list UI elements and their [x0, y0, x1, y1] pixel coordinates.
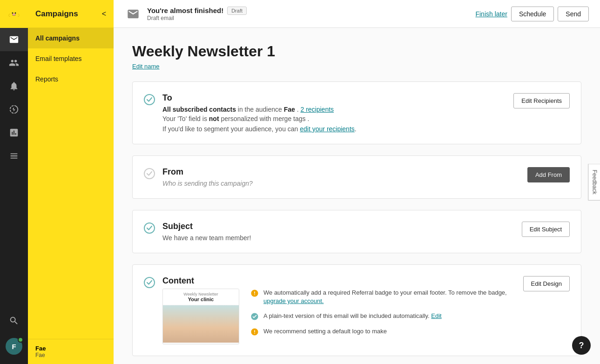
help-button[interactable]: ? — [572, 336, 591, 355]
section-content: Content Weekly Newsletter Your clinic — [132, 264, 581, 356]
recipients-count-link[interactable]: 2 recipients — [300, 106, 334, 113]
success-icon-1 — [250, 312, 259, 321]
section-subject-body: Subject We have a new team member! — [162, 222, 514, 242]
nav-item-email-templates[interactable]: Email templates — [28, 48, 114, 69]
icon-sidebar: F — [0, 0, 28, 364]
nav-item-reports[interactable]: Reports — [28, 69, 114, 89]
user-info: Fae Fae — [28, 339, 114, 364]
svg-point-5 — [144, 94, 155, 105]
note-logo-text: We recommend setting a default logo to m… — [263, 327, 387, 336]
subject-status-icon — [144, 222, 155, 234]
left-nav-title: Campaigns — [35, 9, 78, 19]
preview-clinic-label: Your clinic — [165, 297, 237, 302]
all-subscribed-contacts: All subscribed contacts — [162, 106, 236, 113]
finish-later-button[interactable]: Finish later — [475, 10, 507, 18]
to-label: To — [162, 93, 506, 103]
page-body: Weekly Newsletter 1 Edit name To All sub… — [114, 28, 600, 364]
mailchimp-logo[interactable] — [0, 0, 28, 28]
from-label: From — [162, 167, 520, 177]
sidebar-icon-audience[interactable] — [0, 51, 28, 74]
svg-point-4 — [13, 13, 15, 15]
sidebar-icon-search[interactable] — [0, 309, 28, 332]
note-plaintext-text: A plain-text version of this email will … — [263, 312, 442, 320]
subject-text: We have a new team member! — [162, 234, 514, 242]
email-preview: Weekly Newsletter Your clinic — [162, 289, 239, 344]
content-notes: We automatically add a required Referral… — [250, 289, 516, 336]
content-label: Content — [162, 276, 516, 286]
send-button[interactable]: Send — [558, 7, 589, 21]
section-to-body: To All subscribed contacts in the audien… — [162, 93, 506, 133]
preview-newsletter-label: Weekly Newsletter — [165, 292, 237, 297]
campaign-title: Weekly Newsletter 1 — [132, 43, 581, 60]
svg-point-2 — [12, 13, 13, 14]
content-inner: Weekly Newsletter Your clinic — [162, 289, 516, 344]
section-content-body: Content Weekly Newsletter Your clinic — [162, 276, 516, 344]
section-from: From Who is sending this campaign? Add F… — [132, 155, 581, 199]
to-action: Edit Recipients — [513, 93, 570, 108]
edit-recipients-link[interactable]: edit your recipients — [300, 125, 355, 133]
top-bar: You're almost finished! Draft Draft emai… — [114, 0, 600, 28]
edit-name-link[interactable]: Edit name — [132, 63, 160, 70]
to-merge-note: Your 'To' field is not personalized with… — [162, 115, 506, 122]
user-sub: Fae — [35, 352, 106, 358]
from-status-icon — [144, 168, 155, 179]
svg-point-8 — [144, 277, 155, 288]
svg-point-6 — [144, 169, 155, 179]
in-audience-text: in the audience — [238, 106, 284, 113]
svg-point-7 — [144, 223, 155, 233]
user-avatar[interactable]: F — [0, 332, 28, 360]
preview-header: Weekly Newsletter Your clinic — [163, 289, 239, 305]
sidebar-icon-campaigns[interactable] — [0, 28, 28, 51]
avatar-online-badge — [18, 337, 23, 343]
note-plaintext: A plain-text version of this email will … — [250, 312, 516, 321]
subject-action: Edit Subject — [522, 222, 570, 237]
svg-point-3 — [15, 13, 16, 14]
upgrade-account-link[interactable]: upgrade your account. — [263, 297, 324, 304]
section-to: To All subscribed contacts in the audien… — [132, 81, 581, 144]
subject-label: Subject — [162, 222, 514, 231]
to-segment-note: If you'd like to segment your audience, … — [162, 125, 506, 133]
note-referral-text: We automatically add a required Referral… — [263, 289, 516, 305]
main-content: You're almost finished! Draft Draft emai… — [114, 0, 600, 364]
preview-image — [163, 305, 239, 343]
sidebar-icon-integrations[interactable] — [0, 144, 28, 168]
top-bar-subtitle: Draft email — [147, 15, 475, 21]
warning-icon-1 — [250, 289, 259, 297]
top-bar-actions: Finish later Schedule Send — [475, 7, 589, 21]
sidebar-icon-automations[interactable] — [0, 98, 28, 121]
draft-email-icon — [125, 6, 142, 22]
nav-item-all-campaigns[interactable]: All campaigns — [28, 28, 114, 48]
draft-badge: Draft — [227, 7, 247, 15]
content-status-icon — [144, 277, 155, 288]
edit-recipients-button[interactable]: Edit Recipients — [513, 93, 570, 108]
left-nav-toggle[interactable]: < — [102, 10, 106, 18]
preview-image-gradient — [163, 305, 239, 343]
top-bar-info: You're almost finished! Draft Draft emai… — [147, 7, 475, 21]
from-action: Add From — [527, 167, 570, 182]
content-action: Edit Design — [523, 276, 570, 291]
to-description: All subscribed contacts in the audience … — [162, 106, 506, 113]
sidebar-icon-analytics[interactable] — [0, 121, 28, 144]
sidebar-icon-notifications[interactable] — [0, 74, 28, 98]
section-subject: Subject We have a new team member! Edit … — [132, 210, 581, 253]
warning-icon-2 — [250, 328, 259, 336]
feedback-tab[interactable]: Feedback — [588, 164, 600, 201]
edit-subject-button[interactable]: Edit Subject — [522, 222, 570, 237]
user-name: Fae — [35, 345, 106, 352]
left-navigation: Campaigns < All campaigns Email template… — [28, 0, 114, 364]
audience-name: Fae — [284, 106, 295, 113]
to-status-icon — [144, 94, 155, 105]
schedule-button[interactable]: Schedule — [511, 7, 554, 21]
top-bar-title: You're almost finished! Draft — [147, 7, 475, 15]
add-from-button[interactable]: Add From — [527, 167, 570, 182]
left-nav-header: Campaigns < — [28, 0, 114, 28]
note-referral: We automatically add a required Referral… — [250, 289, 516, 305]
edit-design-button[interactable]: Edit Design — [523, 276, 570, 291]
edit-plaintext-link[interactable]: Edit — [431, 312, 441, 319]
from-placeholder: Who is sending this campaign? — [162, 180, 520, 187]
section-from-body: From Who is sending this campaign? — [162, 167, 520, 187]
note-logo: We recommend setting a default logo to m… — [250, 327, 516, 336]
